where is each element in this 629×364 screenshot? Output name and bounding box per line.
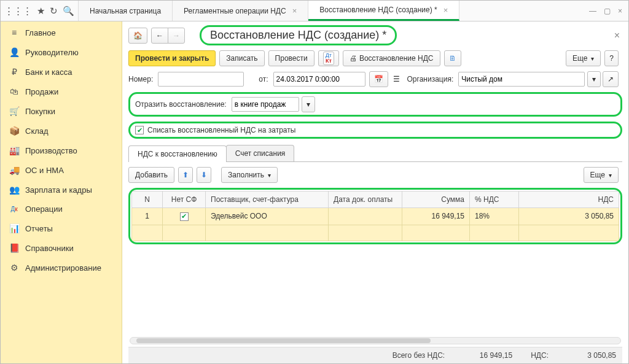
col-paydate[interactable]: Дата док. оплаты bbox=[329, 192, 402, 208]
move-down-button[interactable]: ⬇ bbox=[197, 167, 211, 183]
tab-home[interactable]: Начальная страница bbox=[79, 1, 173, 21]
reflect-select[interactable] bbox=[232, 97, 299, 112]
reflect-dropdown-button[interactable]: ▾ bbox=[302, 96, 315, 112]
totals-sum: 16 949,15 bbox=[463, 351, 512, 360]
nav-back-button[interactable]: ← bbox=[151, 28, 168, 44]
fill-button[interactable]: Заполнить bbox=[221, 167, 278, 183]
bag-icon: 🛍 bbox=[9, 87, 19, 96]
table-row[interactable]: 1 ✔ Эдельвейс ООО 16 949,15 18% 3 050,85 bbox=[132, 208, 619, 225]
gear-icon: ⚙ bbox=[9, 263, 19, 273]
sidebar-item-production[interactable]: 🏭Производство bbox=[1, 141, 122, 160]
post-button[interactable]: Провести bbox=[268, 50, 314, 66]
tab-restore-vat[interactable]: Восстановление НДС (создание) *× bbox=[308, 1, 459, 21]
top-tab-bar: ⋮⋮⋮ ★ ↻ 🔍 Начальная страница Регламентны… bbox=[1, 1, 628, 21]
col-sum[interactable]: Сумма bbox=[402, 192, 470, 208]
date-input[interactable] bbox=[273, 72, 365, 87]
number-label: Номер: bbox=[128, 75, 153, 83]
book-icon: 📕 bbox=[9, 243, 19, 253]
people-icon: 👥 bbox=[9, 185, 19, 195]
sidebar-item-reports[interactable]: 📊Отчеты bbox=[1, 219, 122, 238]
innertab-writeoff-acct[interactable]: Счет списания bbox=[226, 145, 295, 161]
home-button[interactable]: 🏠 bbox=[128, 28, 147, 44]
col-vatrate[interactable]: % НДС bbox=[470, 192, 519, 208]
nav-forward-button[interactable]: → bbox=[168, 28, 185, 44]
chart-icon: 📊 bbox=[9, 223, 19, 233]
writeoff-label: Списать восстановленный НДС на затраты bbox=[147, 126, 295, 134]
content-area: 🏠 ← → Восстановление НДС (создание) * × … bbox=[122, 21, 628, 363]
add-row-button[interactable]: Добавить bbox=[128, 167, 174, 183]
date-label: от: bbox=[259, 75, 268, 83]
factory-icon: 🏭 bbox=[9, 145, 19, 155]
sidebar-item-admin[interactable]: ⚙Администрирование bbox=[1, 258, 122, 277]
col-vat[interactable]: НДС bbox=[519, 192, 619, 208]
search-icon[interactable]: 🔍 bbox=[63, 6, 74, 17]
number-input[interactable] bbox=[158, 72, 244, 87]
vat-table[interactable]: N Нет СФ Поставщик, счет-фактура Дата до… bbox=[131, 191, 619, 241]
sidebar-item-manager[interactable]: 👤Руководителю bbox=[1, 42, 122, 62]
menu-icon: ≡ bbox=[9, 28, 19, 37]
truck-icon: 🚚 bbox=[9, 165, 19, 175]
move-up-button[interactable]: ⬆ bbox=[178, 167, 193, 183]
print-restore-button[interactable]: 🖨 Восстановление НДС bbox=[343, 50, 440, 66]
totals-vat: 3 050,85 bbox=[567, 351, 616, 360]
help-button[interactable]: ? bbox=[604, 50, 619, 66]
table-row-extra[interactable] bbox=[132, 225, 619, 241]
sidebar-item-main[interactable]: ≡Главное bbox=[1, 23, 122, 42]
cart-icon: 🛒 bbox=[9, 106, 19, 116]
checkbox-checked-icon[interactable]: ✔ bbox=[180, 212, 189, 221]
dtkt-button[interactable]: ДтКт bbox=[318, 50, 339, 66]
sidebar-item-purchases[interactable]: 🛒Покупки bbox=[1, 101, 122, 121]
page-title: Восстановление НДС (создание) * bbox=[200, 25, 397, 45]
sidebar-item-bank[interactable]: ₽Банк и касса bbox=[1, 62, 122, 82]
sidebar-item-operations[interactable]: ДкОперации bbox=[1, 199, 122, 219]
write-button[interactable]: Записать bbox=[219, 50, 264, 66]
apps-icon[interactable]: ⋮⋮⋮ bbox=[4, 6, 32, 17]
totals-vat-label: НДС: bbox=[531, 351, 549, 360]
close-icon[interactable]: × bbox=[443, 6, 448, 15]
sidebar-item-assets[interactable]: 🚚ОС и НМА bbox=[1, 160, 122, 180]
sidebar-item-warehouse[interactable]: 📦Склад bbox=[1, 121, 122, 141]
sidebar: ≡Главное 👤Руководителю ₽Банк и касса 🛍Пр… bbox=[1, 21, 122, 363]
more-table-button[interactable]: Еще bbox=[584, 167, 619, 183]
writeoff-checkbox-wrap[interactable]: ✔ Списать восстановленный НДС на затраты bbox=[128, 122, 622, 139]
box-icon: 📦 bbox=[9, 126, 19, 136]
document-button[interactable]: 🗎 bbox=[444, 50, 461, 66]
more-button[interactable]: Еще bbox=[566, 50, 601, 66]
post-and-close-button[interactable]: Провести и закрыть bbox=[128, 50, 216, 66]
close-page-button[interactable]: × bbox=[612, 30, 622, 41]
org-label: Организация: bbox=[407, 75, 454, 83]
minimize-icon[interactable]: — bbox=[589, 7, 596, 15]
tab-reg-ops[interactable]: Регламентные операции НДС× bbox=[173, 1, 308, 21]
calendar-button[interactable]: 📅 bbox=[369, 71, 388, 87]
dtkt-icon: Дк bbox=[9, 206, 19, 212]
sidebar-item-payroll[interactable]: 👥Зарплата и кадры bbox=[1, 180, 122, 199]
col-n[interactable]: N bbox=[132, 192, 163, 208]
checkbox-checked-icon[interactable]: ✔ bbox=[135, 126, 144, 134]
sidebar-item-sales[interactable]: 🛍Продажи bbox=[1, 82, 122, 101]
reflect-label: Отразить восстановление: bbox=[135, 100, 227, 109]
history-icon[interactable]: ↻ bbox=[50, 6, 58, 17]
org-input[interactable] bbox=[458, 72, 585, 87]
org-dropdown-button[interactable]: ▾ bbox=[587, 71, 601, 87]
innertab-vat-restore[interactable]: НДС к восстановлению bbox=[128, 145, 227, 162]
ruble-icon: ₽ bbox=[9, 67, 19, 77]
totals-label: Всего без НДС: bbox=[393, 351, 445, 360]
star-icon[interactable]: ★ bbox=[37, 6, 45, 17]
col-supplier[interactable]: Поставщик, счет-фактура bbox=[206, 192, 329, 208]
close-icon[interactable]: × bbox=[292, 6, 297, 15]
sidebar-item-catalogs[interactable]: 📕Справочники bbox=[1, 238, 122, 258]
totals-bar: Всего без НДС: 16 949,15 НДС: 3 050,85 bbox=[128, 347, 622, 363]
org-open-button[interactable]: ↗ bbox=[603, 71, 619, 87]
person-icon: 👤 bbox=[9, 47, 19, 57]
close-icon[interactable]: × bbox=[618, 7, 622, 15]
col-nosf[interactable]: Нет СФ bbox=[163, 192, 206, 208]
h-scrollbar[interactable] bbox=[130, 337, 621, 344]
list-icon[interactable]: ☰ bbox=[393, 71, 400, 87]
maximize-icon[interactable]: ▢ bbox=[604, 7, 611, 15]
